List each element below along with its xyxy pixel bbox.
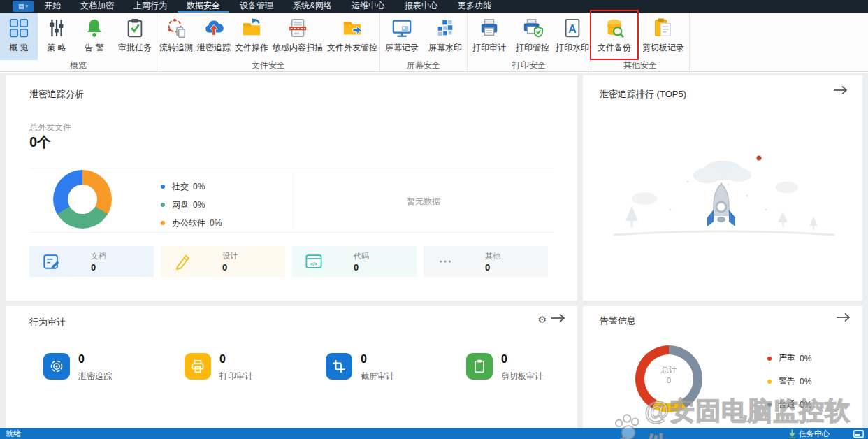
audit-item-screenshot-audit[interactable]: 0 截屏审计 <box>326 353 394 382</box>
menu-tab-more[interactable]: 更多功能 <box>449 0 500 13</box>
ribbon-item-print-watermark[interactable]: A 打印水印 <box>554 13 591 60</box>
arrow-right-icon[interactable] <box>551 313 566 326</box>
ribbon-item-policy[interactable]: 策 略 <box>38 13 75 60</box>
menu-tab-start[interactable]: 开始 <box>35 0 70 13</box>
card-label: 文档 <box>91 251 106 261</box>
ribbon-item-overview[interactable]: 概 览 <box>0 13 38 60</box>
card-value: 0 <box>485 262 500 273</box>
legend-item: 办公软件 0% <box>161 214 222 232</box>
card-code[interactable]: </> 代码 0 <box>292 246 417 277</box>
ribbon-item-clipboard-record[interactable]: 剪切板记录 <box>637 13 689 60</box>
flow-trace-icon <box>164 16 188 40</box>
ribbon-item-label: 剪切板记录 <box>642 42 684 54</box>
ribbon-item-screen-watermark[interactable]: 屏幕水印 <box>424 13 467 60</box>
gear-icon[interactable]: ⚙ <box>537 314 547 325</box>
legend-item: 警告 0% <box>767 370 811 393</box>
ribbon-group-label: 屏幕安全 <box>380 60 467 71</box>
grid-icon <box>7 16 31 40</box>
clipboard-doc-icon <box>651 16 675 40</box>
ribbon-group-label: 打印安全 <box>468 60 591 71</box>
divider <box>29 232 554 233</box>
audit-value: 0 <box>78 353 112 366</box>
printer-small-icon <box>185 353 211 380</box>
card-documents[interactable]: 文档 0 <box>29 246 154 277</box>
ribbon-item-approval-tasks[interactable]: 审批任务 <box>113 13 157 60</box>
menu-tab-doc-encrypt[interactable]: 文档加密 <box>71 0 123 13</box>
audit-item-print-audit[interactable]: 0 打印审计 <box>185 353 253 382</box>
legend-value: 0% <box>193 200 205 210</box>
audit-item-clipboard-audit[interactable]: 0 剪切板审计 <box>466 353 543 382</box>
ribbon-item-print-control[interactable]: 打印管控 <box>511 13 554 60</box>
stat-label: 总外发文件 <box>29 122 71 134</box>
menu-tab-system-network[interactable]: 系统&网络 <box>284 0 341 13</box>
ribbon-item-label: 屏幕水印 <box>428 42 462 54</box>
cloud-upload-icon <box>202 16 226 40</box>
arrow-right-icon[interactable] <box>836 312 851 325</box>
ribbon-group-screen-security: 屏幕记录 屏幕水印 屏幕安全 <box>380 13 468 71</box>
ribbon-group-label: 其他安全 <box>591 60 689 71</box>
ribbon-item-label: 告 警 <box>85 42 103 54</box>
leak-channels-donut-chart <box>53 170 112 229</box>
audit-value: 0 <box>361 353 394 366</box>
legend-value: 0% <box>193 182 205 192</box>
card-other[interactable]: 其他 0 <box>424 246 548 277</box>
ribbon-item-label: 审批任务 <box>118 42 152 54</box>
donut-center-text: 总计 0 <box>635 365 702 386</box>
legend-label: 办公软件 <box>172 217 205 229</box>
ribbon-item-leak-trace[interactable]: 泄密追踪 <box>195 13 233 60</box>
more-dots-icon <box>436 252 454 271</box>
ribbon-item-print-audit[interactable]: 打印审计 <box>468 13 511 60</box>
menu-tab-report-center[interactable]: 报表中心 <box>396 0 447 13</box>
panel-title: 告警信息 <box>600 315 636 327</box>
ribbon-item-file-backup[interactable]: 文件备份 <box>591 13 637 60</box>
menu-tab-ops-center[interactable]: 运维中心 <box>342 0 394 13</box>
app-menu-icon[interactable]: ▤▾ <box>13 1 34 12</box>
panel-alert-info: 告警信息 总计 0 严重 0% 警告 0% <box>583 306 862 428</box>
legend-dot <box>161 203 165 207</box>
ribbon-group-print-security: 打印审计 打印管控 A 打印水印 <box>468 13 591 71</box>
panel-title: 泄密追踪分析 <box>29 88 84 101</box>
card-label: 设计 <box>222 251 238 261</box>
task-center-label: 任务中心 <box>799 429 830 439</box>
ribbon-item-alerts[interactable]: 告 警 <box>75 13 113 60</box>
ribbon-item-screen-record[interactable]: 屏幕记录 <box>380 13 424 60</box>
clipboard-check-icon <box>123 16 147 40</box>
crop-icon <box>326 353 352 380</box>
menu-tab-data-security[interactable]: 数据安全 <box>178 0 229 13</box>
panel-behavior-audit: 行为审计 ⚙ 0 泄密追踪 0 打印审计 <box>6 306 577 428</box>
ribbon-item-label: 打印水印 <box>556 42 589 54</box>
pencil-icon <box>173 252 191 271</box>
doc-edit-icon <box>42 252 60 271</box>
panel-leak-trace-analysis: 泄密追踪分析 总外发文件 0个 社交 0% 网盘 0% 办公软件 <box>6 75 577 301</box>
ribbon-item-file-ops[interactable]: 文件操作 <box>233 13 270 60</box>
target-icon <box>43 353 70 380</box>
legend-value: 0% <box>800 354 811 364</box>
svg-text:</>: </> <box>310 261 318 267</box>
ribbon-item-file-export-control[interactable]: 文件外发管控 <box>325 13 379 60</box>
ribbon-group-file-security: 流转追溯 泄密追踪 文件操作 <box>157 13 380 71</box>
task-center-button[interactable]: 任务中心 <box>788 429 830 439</box>
task-window-icon[interactable] <box>853 430 864 438</box>
arrow-right-icon[interactable] <box>833 85 848 98</box>
legend-label: 严重 <box>779 352 795 364</box>
panel-title: 行为审计 <box>29 316 66 329</box>
card-label: 其他 <box>485 251 500 261</box>
card-value: 0 <box>91 262 106 273</box>
legend-dot <box>161 221 165 225</box>
ribbon-item-flow-trace[interactable]: 流转追溯 <box>157 13 195 60</box>
audit-item-leak-trace[interactable]: 0 泄密追踪 <box>43 353 112 382</box>
legend-label: 网盘 <box>172 199 189 211</box>
status-text: 就绪 <box>6 429 21 439</box>
card-label: 代码 <box>354 251 369 261</box>
menu-tab-web-behavior[interactable]: 上网行为 <box>124 0 176 13</box>
menu-tab-device-mgmt[interactable]: 设备管理 <box>231 0 282 13</box>
legend-dot <box>767 403 772 407</box>
total-value: 0 <box>635 375 702 386</box>
database-search-icon <box>602 16 626 40</box>
total-label: 总计 <box>635 365 702 375</box>
legend-label: 警告 <box>779 375 795 387</box>
ribbon-item-label: 文件外发管控 <box>327 42 377 54</box>
document-scan-icon <box>286 16 310 40</box>
ribbon-item-content-scan[interactable]: 敏感内容扫描 <box>270 13 325 60</box>
card-design[interactable]: 设计 0 <box>161 246 285 277</box>
